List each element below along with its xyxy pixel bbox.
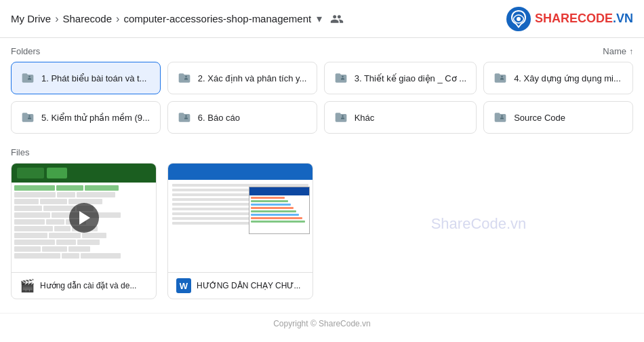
file-item[interactable]: 🎬 Hướng dẫn cài đặt và de... [11, 163, 157, 299]
word-thumbnail [168, 164, 313, 272]
folder-icon [21, 111, 35, 124]
footer: Copyright © ShareCode.vn [0, 313, 644, 334]
folder-item[interactable]: 1. Phát biểu bài toán và t... [11, 62, 161, 94]
folder-item[interactable]: 6. Báo cáo [167, 101, 317, 134]
header: My Drive › Sharecode › computer-accessor… [0, 0, 644, 38]
excel-tab [17, 168, 44, 178]
folder-icon [334, 111, 348, 124]
folders-label: Folders [11, 46, 40, 56]
logo-text: SHARECODE.VN [535, 12, 633, 26]
file-item[interactable]: W HƯỚNG DẪN CHẠY CHƯ... [167, 163, 313, 299]
sort-control[interactable]: Name ↑ [603, 46, 633, 56]
footer-text: Copyright © ShareCode.vn [273, 319, 371, 328]
play-triangle-icon [79, 211, 90, 225]
folder-item[interactable]: 4. Xây dựng ứng dụng mi... [483, 62, 633, 94]
folders-section-header: Folders Name ↑ [11, 38, 633, 62]
folder-name: 5. Kiểm thử phần mềm (9... [41, 113, 150, 123]
file-name-1: Hướng dẫn cài đặt và de... [40, 281, 136, 290]
folder-icon [178, 71, 191, 85]
excel-header [12, 164, 156, 183]
file-info-1: 🎬 Hướng dẫn cài đặt và de... [12, 272, 156, 299]
logo: SHARECODE.VN [506, 7, 633, 31]
sharecode-logo-icon [506, 7, 531, 31]
breadcrumb: My Drive › Sharecode › computer-accessor… [11, 12, 506, 26]
folder-item[interactable]: Source Code [483, 101, 633, 134]
code-window-header [249, 187, 309, 195]
breadcrumb-sharecode[interactable]: Sharecode [63, 13, 113, 24]
watermark-text: ShareCode.vn [431, 215, 527, 233]
folder-icon [178, 111, 191, 124]
word-header [168, 164, 313, 180]
watermark: ShareCode.vn [324, 163, 633, 285]
files-label: Files [11, 147, 29, 157]
folder-name: Source Code [514, 113, 565, 123]
word-icon: W [176, 278, 191, 293]
folder-item[interactable]: 3. Thiết kế giao diện _ Cơ ... [324, 62, 477, 94]
folder-item[interactable]: Khác [324, 101, 477, 134]
breadcrumb-sep-2: › [116, 13, 119, 25]
folder-item[interactable]: 5. Kiểm thử phần mềm (9... [11, 101, 161, 134]
sort-arrow-icon: ↑ [629, 47, 633, 56]
files-and-watermark: 🎬 Hướng dẫn cài đặt và de... [11, 163, 633, 299]
people-icon[interactable] [330, 12, 344, 26]
folder-icon [494, 111, 507, 124]
chevron-down-icon[interactable]: ▾ [317, 12, 322, 25]
file-thumbnail-1 [12, 164, 156, 272]
play-button-icon[interactable] [69, 203, 99, 233]
folder-item[interactable]: 2. Xác định và phân tích y... [167, 62, 317, 94]
svg-point-1 [517, 17, 521, 21]
file-name-2: HƯỚNG DẪN CHẠY CHƯ... [197, 281, 300, 290]
files-grid: 🎬 Hướng dẫn cài đặt và de... [11, 163, 313, 299]
folder-icon [21, 71, 35, 85]
folder-icon [494, 71, 507, 85]
code-window-body [249, 195, 309, 233]
video-icon: 🎬 [20, 278, 35, 293]
folder-name: 6. Báo cáo [198, 113, 240, 123]
folder-icon [334, 71, 348, 85]
folder-name: 2. Xác định và phân tích y... [198, 73, 307, 83]
file-thumbnail-2 [168, 164, 313, 272]
folders-grid: 1. Phát biểu bài toán và t... 2. Xác địn… [11, 62, 633, 134]
folder-name: 4. Xây dựng ứng dụng mi... [514, 73, 621, 83]
folder-name: 1. Phát biểu bài toán và t... [41, 73, 146, 83]
word-body [168, 180, 313, 272]
breadcrumb-drive[interactable]: My Drive [11, 13, 51, 24]
folder-name: 3. Thiết kế giao diện _ Cơ ... [355, 73, 466, 83]
files-section-header: Files [11, 139, 633, 163]
file-info-2: W HƯỚNG DẪN CHẠY CHƯ... [168, 272, 313, 299]
sort-name-label: Name [603, 46, 626, 56]
breadcrumb-folder[interactable]: computer-accessories-shop-management [123, 13, 311, 24]
code-window [249, 187, 310, 234]
breadcrumb-sep-1: › [55, 13, 58, 25]
excel-tab-2 [47, 168, 67, 178]
main-content: Folders Name ↑ 1. Phát biểu bài toán và … [0, 38, 644, 310]
folder-name: Khác [355, 113, 375, 123]
